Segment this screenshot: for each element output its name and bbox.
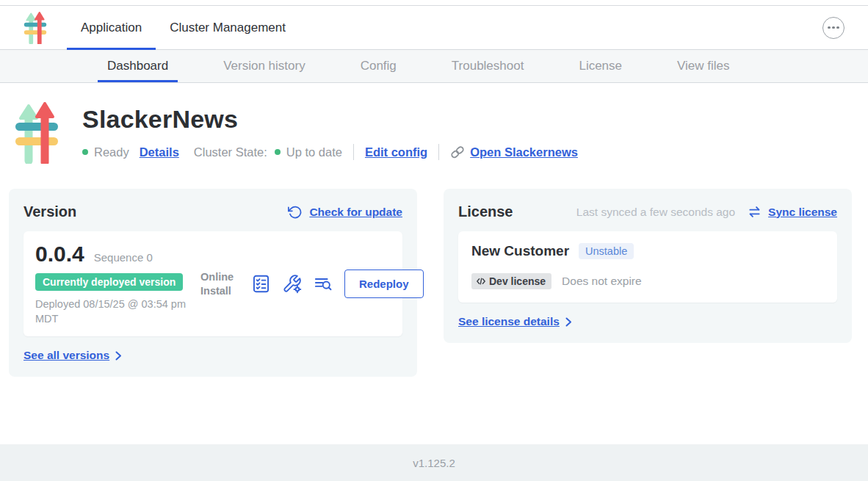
subnav-view-files-label: View files: [677, 59, 730, 73]
subnav-dashboard-label: Dashboard: [107, 59, 168, 73]
check-for-update-label: Check for update: [309, 206, 402, 219]
sequence-label: Sequence 0: [94, 251, 153, 264]
dashboard-main: SlackerNews Ready Details Cluster State:…: [0, 102, 868, 377]
version-info: 0.0.4 Sequence 0 Currently deployed vers…: [35, 242, 200, 326]
subnav-tab-version-history[interactable]: Version history: [214, 50, 315, 82]
header-spacer: [300, 6, 822, 49]
app-status-row: Ready Details Cluster State: Up to date …: [82, 144, 578, 160]
deploy-logs-search-icon[interactable]: [313, 274, 333, 294]
channel-badge: Unstable: [579, 243, 634, 259]
subnav-tab-troubleshoot[interactable]: Troubleshoot: [442, 50, 534, 82]
license-card: License Last synced a few seconds ago Sy…: [444, 189, 852, 343]
license-card-title: License: [458, 203, 513, 220]
subnav-tab-license[interactable]: License: [569, 50, 632, 82]
config-wrench-gear-icon[interactable]: [282, 274, 302, 294]
license-type-label: Dev license: [489, 275, 546, 287]
divider: [353, 144, 354, 160]
app-heading-text: SlackerNews Ready Details Cluster State:…: [82, 102, 578, 167]
tab-application-label: Application: [81, 21, 142, 35]
console-version: v1.125.2: [413, 457, 455, 469]
version-card: Version Check for update: [9, 189, 417, 377]
open-app-link[interactable]: Open Slackernews: [470, 145, 578, 159]
tab-application[interactable]: Application: [67, 6, 156, 49]
version-card-header: Version Check for update: [23, 203, 402, 220]
deployed-badge: Currently deployed version: [35, 273, 183, 291]
tab-cluster-management[interactable]: Cluster Management: [156, 6, 300, 49]
tab-cluster-management-label: Cluster Management: [170, 21, 286, 35]
check-for-update-link[interactable]: Check for update: [288, 205, 402, 220]
install-type-label: Online Install: [200, 270, 240, 297]
main-header: Application Cluster Management: [0, 6, 868, 50]
cluster-state-value: Up to date: [286, 145, 342, 159]
app-heading-block: SlackerNews Ready Details Cluster State:…: [15, 102, 868, 167]
last-synced-text: Last synced a few seconds ago: [576, 206, 735, 219]
chevron-right-icon: [115, 350, 122, 361]
subnav-tab-dashboard[interactable]: Dashboard: [98, 50, 178, 82]
subnav-tab-view-files[interactable]: View files: [668, 50, 739, 82]
see-license-details-label: See license details: [458, 315, 560, 328]
subnav-troubleshoot-label: Troubleshoot: [452, 59, 524, 73]
see-license-details-link[interactable]: See license details: [458, 315, 572, 328]
header-tabs: Application Cluster Management: [67, 6, 300, 49]
license-summary-panel: New Customer Unstable: [458, 231, 837, 303]
details-link[interactable]: Details: [140, 145, 179, 159]
app-status-text: Ready: [94, 145, 129, 159]
top-hairline: [0, 0, 868, 6]
subnav-config-label: Config: [361, 59, 397, 73]
divider: [438, 144, 439, 160]
redeploy-button[interactable]: Redeploy: [344, 270, 424, 298]
ellipsis-menu-icon[interactable]: [822, 17, 845, 39]
customer-name: New Customer: [471, 243, 569, 259]
app-status-dot: [82, 149, 88, 155]
cluster-state-label: Cluster State:: [194, 145, 267, 159]
subnav-license-label: License: [579, 59, 622, 73]
see-all-versions-label: See all versions: [23, 349, 109, 362]
cluster-state-dot: [275, 149, 281, 155]
deployed-timestamp: Deployed 08/15/25 @ 03:54 pm MDT: [35, 297, 200, 326]
subnav-version-history-label: Version history: [223, 59, 305, 73]
license-card-header: License Last synced a few seconds ago Sy…: [458, 203, 837, 220]
slackernews-logo-icon: [22, 12, 48, 44]
edit-config-link[interactable]: Edit config: [365, 145, 427, 159]
console-footer: v1.125.2: [0, 444, 868, 481]
subnav-tab-config[interactable]: Config: [351, 50, 406, 82]
link-chain-icon: [450, 145, 465, 159]
sync-license-label: Sync license: [768, 206, 837, 219]
version-number: 0.0.4: [35, 242, 84, 267]
sync-license-link[interactable]: Sync license: [748, 205, 837, 219]
dashboard-cards: Version Check for update: [9, 189, 868, 377]
refresh-icon: [288, 205, 303, 220]
app-subnav: Dashboard Version history Config Trouble…: [0, 50, 868, 83]
slackernews-large-logo-icon: [15, 102, 59, 167]
license-type-tag: Dev license: [471, 273, 551, 289]
admin-console-page: Application Cluster Management Dashboard…: [0, 0, 868, 481]
license-expiry: Does not expire: [562, 275, 642, 288]
see-all-versions-link[interactable]: See all versions: [23, 349, 122, 362]
version-actions: Online Install: [200, 270, 425, 298]
current-version-panel: 0.0.4 Sequence 0 Currently deployed vers…: [23, 231, 402, 336]
page-title: SlackerNews: [82, 105, 578, 134]
sync-arrows-icon: [748, 205, 762, 219]
chevron-right-icon: [565, 317, 572, 328]
preflight-checklist-icon[interactable]: [251, 274, 271, 294]
code-brackets-icon: [476, 276, 486, 286]
version-card-title: Version: [23, 203, 76, 220]
